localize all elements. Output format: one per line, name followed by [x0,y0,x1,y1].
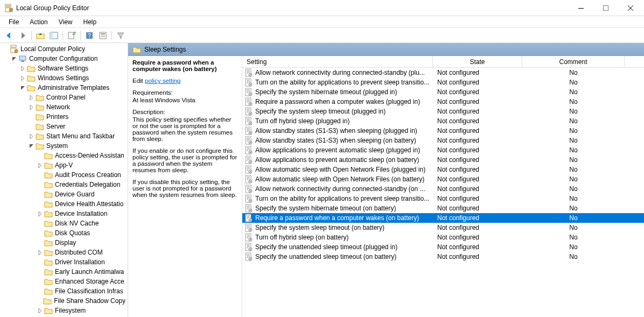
col-header-setting[interactable]: Setting [242,56,433,67]
properties-button[interactable] [97,30,109,41]
menu-item-file[interactable]: File [3,17,24,27]
tree-node[interactable]: Control Panel [0,93,128,102]
tree-node[interactable]: Computer Configuration [0,54,128,64]
expand-icon[interactable] [28,94,34,101]
tree-node[interactable]: Device Installation [0,209,128,219]
forward-button[interactable] [17,30,29,41]
svg-rect-153 [247,245,250,246]
col-header-comment[interactable]: Comment [522,56,625,67]
tree-node[interactable]: File Share Shadow Copy [0,296,128,306]
folder-icon [44,277,53,286]
tree-node[interactable]: Audit Process Creation [0,170,128,180]
collapse-icon[interactable] [28,143,34,149]
folder-icon [44,238,53,247]
menu-item-help[interactable]: Help [78,17,102,27]
tree-node[interactable]: Windows Settings [0,73,128,83]
tree-node[interactable]: Software Settings [0,64,128,73]
collapse-icon[interactable] [19,84,26,91]
policy-row[interactable]: Allow standby states (S1-S3) when sleepi… [242,126,644,136]
expand-icon[interactable] [19,65,26,72]
svg-rect-33 [247,80,250,80]
policy-comment: No [522,79,625,86]
expand-icon[interactable] [37,307,43,314]
policy-row[interactable]: Turn off hybrid sleep (plugged in)Not co… [242,116,644,126]
maximize-button[interactable] [593,0,618,16]
up-folder-button[interactable] [34,30,46,41]
svg-rect-77 [247,140,250,140]
tree-node[interactable]: Administrative Templates [0,83,128,93]
tree-node[interactable]: Device Health Attestatio [0,199,128,209]
tree-node[interactable]: Start Menu and Taskbar [0,131,128,141]
svg-rect-145 [247,235,250,235]
tree-node[interactable]: File Classification Infras [0,286,128,296]
list-body[interactable]: Allow network connectivity during connec… [242,68,644,317]
tree-node[interactable]: Disk Quotas [0,228,128,238]
show-hide-tree-button[interactable] [48,30,60,41]
policy-row[interactable]: Require a password when a computer wakes… [242,213,644,223]
selected-policy-title: Require a password when a computer wakes… [132,59,237,72]
svg-rect-134 [247,219,248,219]
tree-node[interactable]: Device Guard [0,189,128,199]
tree-node[interactable]: Server [0,122,128,131]
policy-icon [244,107,253,116]
close-button[interactable] [618,0,643,16]
policy-row[interactable]: Allow automatic sleep with Open Network … [242,165,644,174]
tree-node[interactable]: Display [0,238,128,248]
policy-row[interactable]: Allow applications to prevent automatic … [242,145,644,155]
expand-icon[interactable] [19,75,26,81]
expand-icon[interactable] [37,210,43,217]
policy-row[interactable]: Allow applications to prevent automatic … [242,155,644,165]
tree-node[interactable]: System [0,141,128,151]
help-button[interactable]: ? [83,30,95,41]
expand-icon[interactable] [37,249,43,256]
tree-node[interactable]: Filesystem [0,306,128,315]
policy-row[interactable]: Turn off hybrid sleep (on battery)Not co… [242,233,644,242]
policy-row[interactable]: Allow network connectivity during connec… [242,68,644,78]
col-header-state[interactable]: State [433,56,522,67]
tree-node[interactable]: Access-Denied Assistan [0,151,128,160]
expand-icon[interactable] [28,104,34,110]
policy-row[interactable]: Turn on the ability for applications to … [242,78,644,87]
svg-rect-35 [247,82,250,82]
expand-icon[interactable] [37,162,43,168]
policy-row[interactable]: Specify the unattended sleep timeout (on… [242,252,644,262]
tree-node[interactable]: App-V [0,160,128,170]
policy-row[interactable]: Specify the system hibernate timeout (on… [242,203,644,213]
expand-icon[interactable] [28,133,34,139]
tree-node[interactable]: Enhanced Storage Acce [0,277,128,286]
collapse-icon[interactable] [11,55,17,62]
policy-comment: No [522,137,625,144]
minimize-button[interactable] [569,0,593,16]
tree-node[interactable]: Disk NV Cache [0,219,128,228]
back-button[interactable] [3,30,15,41]
policy-row[interactable]: Specify the system hibernate timeout (pl… [242,87,644,97]
tree-node[interactable]: Local Computer Policy [0,44,128,54]
tree-pane[interactable]: Local Computer PolicyComputer Configurat… [0,43,128,317]
filter-button[interactable] [115,30,127,41]
tree-label: Device Installation [55,210,107,217]
menu-item-view[interactable]: View [53,17,78,27]
policy-icon [244,233,253,242]
tree-node[interactable]: Driver Installation [0,257,128,267]
policy-row[interactable]: Allow standby states (S1-S3) when sleepi… [242,136,644,145]
policy-row[interactable]: Specify the system sleep timeout (on bat… [242,223,644,233]
right-body: Require a password when a computer wakes… [128,56,644,317]
tree-node[interactable]: Printers [0,112,128,122]
edit-policy-link[interactable]: policy setting [145,78,180,84]
tree-node[interactable]: Network [0,102,128,112]
policy-row[interactable]: Turn on the ability for applications to … [242,194,644,203]
policy-row[interactable]: Require a password when a computer wakes… [242,97,644,107]
policy-row[interactable]: Specify the unattended sleep timeout (pl… [242,242,644,252]
svg-rect-127 [247,209,248,209]
menu-item-action[interactable]: Action [24,17,53,27]
tree-label: Display [55,239,76,246]
policy-row[interactable]: Allow network connectivity during connec… [242,184,644,194]
tree-node[interactable]: Credentials Delegation [0,180,128,189]
svg-rect-110 [247,186,250,187]
policy-row[interactable]: Allow automatic sleep with Open Network … [242,174,644,184]
app-icon [4,4,13,12]
tree-node[interactable]: Early Launch Antimalwa [0,267,128,277]
policy-row[interactable]: Specify the system sleep timeout (plugge… [242,107,644,116]
tree-node[interactable]: Distributed COM [0,248,128,257]
export-button[interactable] [66,30,78,41]
